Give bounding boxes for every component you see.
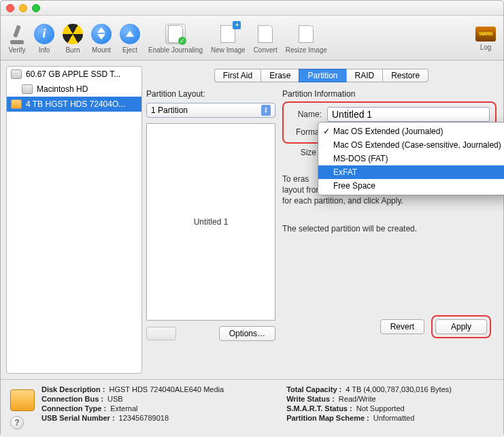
instruction-text-3: The selected partition will be created. bbox=[282, 223, 497, 234]
size-label: Size bbox=[282, 148, 316, 157]
highlighted-apply-area: Apply bbox=[431, 315, 491, 338]
partition-diagram-label: Untitled 1 bbox=[194, 217, 229, 227]
format-option-exfat[interactable]: ExFAT bbox=[318, 165, 504, 179]
sidebar-item-hgst[interactable]: 4 TB HGST HDS 72404O... bbox=[7, 97, 141, 112]
options-button[interactable]: Options… bbox=[219, 326, 275, 341]
info-icon: i bbox=[34, 24, 54, 44]
tab-segmented-control: First Aid Erase Partition RAID Restore bbox=[146, 69, 497, 82]
eject-button[interactable]: Eject bbox=[118, 24, 142, 54]
enable-journaling-button[interactable]: ✓ Enable Journaling bbox=[146, 24, 205, 54]
revert-button[interactable]: Revert bbox=[380, 319, 424, 334]
meta-key: Total Capacity : bbox=[286, 385, 341, 393]
zoom-window-button[interactable] bbox=[32, 4, 40, 12]
partition-layout-label: Partition Layout: bbox=[146, 89, 275, 99]
name-label: Name: bbox=[288, 110, 322, 119]
resize-image-button[interactable]: Resize Image bbox=[284, 24, 329, 54]
meta-key: S.M.A.R.T. Status : bbox=[286, 404, 352, 412]
burn-icon bbox=[63, 24, 83, 44]
meta-key: Disk Description : bbox=[41, 385, 105, 393]
disk-info-footer: Disk Description :HGST HDS 724040ALE640 … bbox=[1, 379, 503, 437]
meta-key: Connection Type : bbox=[41, 404, 106, 412]
tab-raid[interactable]: RAID bbox=[346, 69, 383, 82]
partition-info-heading: Partition Information bbox=[282, 89, 497, 99]
meta-key: Write Status : bbox=[286, 395, 335, 403]
apply-button[interactable]: Apply bbox=[435, 319, 487, 334]
chevron-updown-icon: ▲▼ bbox=[261, 105, 271, 116]
minimize-window-button[interactable] bbox=[19, 4, 27, 12]
meta-val: Read/Write bbox=[339, 395, 376, 403]
microscope-icon bbox=[8, 24, 26, 44]
new-image-icon: + bbox=[218, 24, 238, 44]
resize-image-icon bbox=[296, 24, 316, 44]
internal-disk-icon bbox=[11, 69, 22, 79]
tab-erase[interactable]: Erase bbox=[261, 69, 299, 82]
toolbar: Verify i Info Burn Mount Eject ✓ Enable … bbox=[1, 16, 503, 61]
sidebar-item-macintosh-hd[interactable]: Macintosh HD bbox=[7, 82, 141, 97]
format-option-journaled[interactable]: Mac OS Extended (Journaled) bbox=[318, 125, 504, 138]
external-disk-icon bbox=[11, 99, 22, 109]
add-remove-partition-control[interactable] bbox=[146, 327, 176, 340]
titlebar[interactable] bbox=[1, 1, 503, 16]
tab-partition[interactable]: Partition bbox=[299, 69, 346, 82]
format-option-free-space[interactable]: Free Space bbox=[318, 179, 504, 193]
external-disk-large-icon bbox=[10, 389, 35, 411]
format-option-msdos[interactable]: MS-DOS (FAT) bbox=[318, 152, 504, 165]
meta-key: Partition Map Scheme : bbox=[286, 414, 369, 422]
meta-val: External bbox=[110, 404, 137, 412]
sidebar-item-label: 4 TB HGST HDS 72404O... bbox=[26, 99, 125, 109]
meta-val: 123456789018 bbox=[119, 414, 169, 422]
eject-icon bbox=[120, 24, 140, 44]
mount-icon bbox=[91, 24, 112, 44]
format-option-case-sensitive[interactable]: Mac OS Extended (Case-sensitive, Journal… bbox=[318, 138, 504, 152]
journaling-icon: ✓ bbox=[165, 24, 186, 44]
sidebar-item-ssd[interactable]: 60.67 GB APPLE SSD T... bbox=[7, 67, 141, 82]
close-window-button[interactable] bbox=[6, 4, 14, 12]
meta-key: Connection Bus : bbox=[41, 395, 103, 403]
partition-diagram[interactable]: Untitled 1 bbox=[146, 123, 275, 321]
volume-icon bbox=[22, 84, 33, 94]
meta-key: USB Serial Number : bbox=[41, 414, 115, 422]
burn-button[interactable]: Burn bbox=[61, 24, 85, 54]
format-label: Format bbox=[288, 127, 322, 137]
mount-button[interactable]: Mount bbox=[89, 24, 114, 54]
convert-icon bbox=[255, 24, 275, 44]
help-button[interactable]: ? bbox=[10, 416, 24, 430]
info-button[interactable]: i Info bbox=[32, 24, 56, 54]
meta-val: Unformatted bbox=[373, 414, 415, 422]
meta-val: 4 TB (4,000,787,030,016 Bytes) bbox=[346, 385, 452, 393]
disk-sidebar[interactable]: 60.67 GB APPLE SSD T... Macintosh HD 4 T… bbox=[6, 66, 142, 374]
disk-utility-window: Verify i Info Burn Mount Eject ✓ Enable … bbox=[0, 0, 504, 437]
new-image-button[interactable]: + New Image bbox=[209, 24, 248, 54]
convert-button[interactable]: Convert bbox=[252, 24, 280, 54]
verify-button[interactable]: Verify bbox=[6, 24, 28, 54]
meta-val: Not Supported bbox=[356, 404, 405, 412]
meta-val: USB bbox=[107, 395, 123, 403]
tab-restore[interactable]: Restore bbox=[382, 69, 429, 82]
name-input[interactable] bbox=[327, 107, 490, 122]
log-icon: WARN bbox=[475, 27, 496, 42]
content-pane: First Aid Erase Partition RAID Restore P… bbox=[142, 61, 503, 379]
meta-val: HGST HDS 724040ALE640 Media bbox=[110, 385, 224, 393]
sidebar-item-label: 60.67 GB APPLE SSD T... bbox=[26, 69, 120, 79]
format-dropdown-menu: Mac OS Extended (Journaled) Mac OS Exten… bbox=[318, 122, 504, 195]
tab-first-aid[interactable]: First Aid bbox=[214, 69, 261, 82]
log-button[interactable]: WARN Log bbox=[473, 27, 498, 51]
sidebar-item-label: Macintosh HD bbox=[37, 84, 88, 94]
partition-layout-select[interactable]: 1 Partition ▲▼ bbox=[146, 103, 275, 118]
